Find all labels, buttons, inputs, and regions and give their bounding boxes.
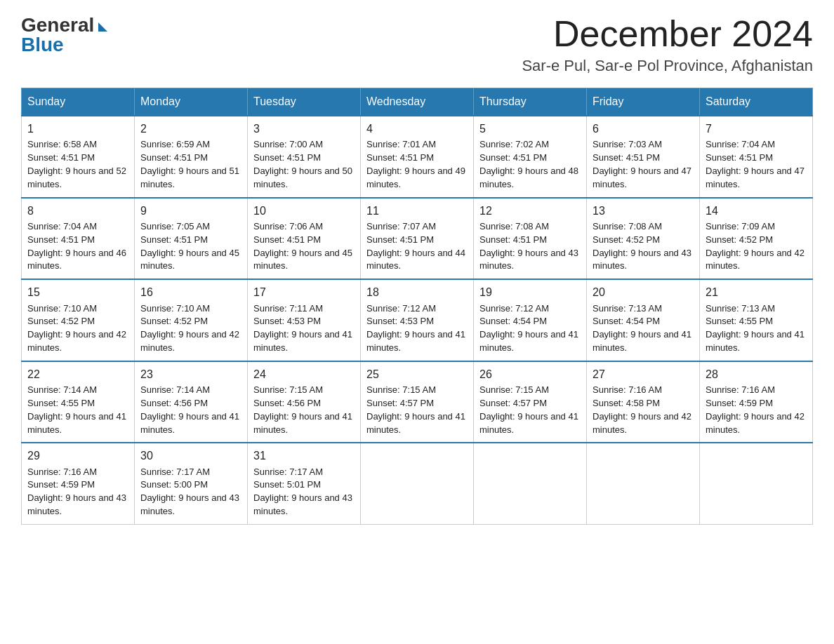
sunrise-text: Sunrise: 7:16 AM: [706, 384, 775, 395]
calendar-cell: 30Sunrise: 7:17 AMSunset: 5:00 PMDayligh…: [135, 443, 248, 524]
sunset-text: Sunset: 4:56 PM: [140, 398, 208, 408]
daylight-text: Daylight: 9 hours and 46 minutes.: [27, 248, 126, 271]
day-number: 23: [140, 366, 241, 382]
sunrise-text: Sunrise: 7:10 AM: [140, 303, 210, 314]
sunrise-text: Sunrise: 7:03 AM: [593, 139, 662, 149]
day-number: 10: [253, 203, 355, 219]
day-number: 12: [479, 203, 581, 219]
sunrise-text: Sunrise: 7:05 AM: [140, 221, 210, 232]
day-number: 9: [140, 203, 241, 219]
calendar-cell: 8Sunrise: 7:04 AMSunset: 4:51 PMDaylight…: [22, 198, 135, 280]
sunset-text: Sunset: 4:55 PM: [27, 398, 95, 408]
sunset-text: Sunset: 4:51 PM: [479, 152, 547, 163]
day-number: 4: [366, 121, 468, 137]
day-number: 31: [253, 448, 355, 464]
calendar-cell: 27Sunrise: 7:16 AMSunset: 4:58 PMDayligh…: [587, 361, 700, 443]
day-number: 20: [593, 284, 694, 300]
sunrise-text: Sunrise: 7:08 AM: [593, 221, 662, 232]
calendar-cell: 13Sunrise: 7:08 AMSunset: 4:52 PMDayligh…: [587, 198, 700, 280]
sunrise-text: Sunrise: 7:08 AM: [479, 221, 549, 232]
logo-blue-text: Blue: [21, 34, 64, 55]
day-number: 25: [366, 366, 468, 382]
week-row-4: 22Sunrise: 7:14 AMSunset: 4:55 PMDayligh…: [22, 361, 813, 443]
sunset-text: Sunset: 4:51 PM: [706, 152, 773, 163]
daylight-text: Daylight: 9 hours and 43 minutes.: [27, 492, 126, 516]
daylight-text: Daylight: 9 hours and 43 minutes.: [253, 492, 352, 516]
sunrise-text: Sunrise: 7:12 AM: [366, 303, 436, 314]
day-header-monday: Monday: [135, 88, 248, 116]
daylight-text: Daylight: 9 hours and 41 minutes.: [27, 411, 126, 435]
sunset-text: Sunset: 4:54 PM: [593, 316, 660, 326]
sunrise-text: Sunrise: 7:15 AM: [253, 384, 323, 395]
month-year-title: December 2024: [522, 14, 813, 54]
sunset-text: Sunset: 5:01 PM: [253, 479, 321, 490]
calendar-cell: 15Sunrise: 7:10 AMSunset: 4:52 PMDayligh…: [22, 279, 135, 361]
sunrise-text: Sunrise: 7:02 AM: [479, 139, 549, 149]
calendar-cell: 18Sunrise: 7:12 AMSunset: 4:53 PMDayligh…: [361, 279, 474, 361]
sunrise-text: Sunrise: 6:59 AM: [140, 139, 210, 149]
sunset-text: Sunset: 4:51 PM: [479, 234, 547, 245]
calendar-cell: 24Sunrise: 7:15 AMSunset: 4:56 PMDayligh…: [248, 361, 361, 443]
day-header-saturday: Saturday: [700, 88, 813, 116]
sunset-text: Sunset: 4:51 PM: [593, 152, 660, 163]
day-number: 13: [593, 203, 694, 219]
calendar-cell: 1Sunrise: 6:58 AMSunset: 4:51 PMDaylight…: [22, 116, 135, 198]
day-header-tuesday: Tuesday: [248, 88, 361, 116]
daylight-text: Daylight: 9 hours and 50 minutes.: [253, 166, 352, 189]
day-number: 28: [706, 366, 807, 382]
day-header-wednesday: Wednesday: [361, 88, 474, 116]
daylight-text: Daylight: 9 hours and 48 minutes.: [479, 166, 578, 189]
day-number: 16: [140, 284, 241, 300]
sunset-text: Sunset: 4:51 PM: [140, 234, 208, 245]
calendar-table: SundayMondayTuesdayWednesdayThursdayFrid…: [21, 88, 813, 525]
daylight-text: Daylight: 9 hours and 42 minutes.: [27, 329, 126, 353]
week-row-5: 29Sunrise: 7:16 AMSunset: 4:59 PMDayligh…: [22, 443, 813, 524]
daylight-text: Daylight: 9 hours and 41 minutes.: [366, 329, 465, 353]
daylight-text: Daylight: 9 hours and 52 minutes.: [27, 166, 126, 189]
sunset-text: Sunset: 4:57 PM: [366, 398, 434, 408]
day-number: 8: [27, 203, 128, 219]
day-number: 5: [479, 121, 581, 137]
calendar-cell: 5Sunrise: 7:02 AMSunset: 4:51 PMDaylight…: [474, 116, 587, 198]
calendar-cell: 4Sunrise: 7:01 AMSunset: 4:51 PMDaylight…: [361, 116, 474, 198]
sunrise-text: Sunrise: 7:17 AM: [253, 467, 323, 477]
sunset-text: Sunset: 4:51 PM: [366, 234, 434, 245]
day-number: 22: [27, 366, 128, 382]
daylight-text: Daylight: 9 hours and 42 minutes.: [593, 411, 691, 435]
day-number: 15: [27, 284, 128, 300]
sunset-text: Sunset: 4:59 PM: [706, 398, 773, 408]
day-number: 21: [706, 284, 807, 300]
logo: General Blue: [21, 14, 107, 56]
logo-arrow-icon: [98, 22, 107, 32]
calendar-cell: 12Sunrise: 7:08 AMSunset: 4:51 PMDayligh…: [474, 198, 587, 280]
sunset-text: Sunset: 4:51 PM: [27, 234, 95, 245]
days-header-row: SundayMondayTuesdayWednesdayThursdayFrid…: [22, 88, 813, 116]
calendar-cell: 25Sunrise: 7:15 AMSunset: 4:57 PMDayligh…: [361, 361, 474, 443]
daylight-text: Daylight: 9 hours and 41 minutes.: [706, 329, 805, 353]
day-number: 18: [366, 284, 468, 300]
location-subtitle: Sar-e Pul, Sar-e Pol Province, Afghanist…: [522, 57, 813, 75]
calendar-cell: 3Sunrise: 7:00 AMSunset: 4:51 PMDaylight…: [248, 116, 361, 198]
daylight-text: Daylight: 9 hours and 45 minutes.: [140, 248, 239, 271]
week-row-1: 1Sunrise: 6:58 AMSunset: 4:51 PMDaylight…: [22, 116, 813, 198]
sunset-text: Sunset: 4:54 PM: [479, 316, 547, 326]
sunset-text: Sunset: 4:51 PM: [366, 152, 434, 163]
sunrise-text: Sunrise: 7:01 AM: [366, 139, 436, 149]
daylight-text: Daylight: 9 hours and 47 minutes.: [706, 166, 805, 189]
sunrise-text: Sunrise: 7:13 AM: [706, 303, 775, 314]
sunset-text: Sunset: 4:52 PM: [27, 316, 95, 326]
sunset-text: Sunset: 4:53 PM: [366, 316, 434, 326]
week-row-3: 15Sunrise: 7:10 AMSunset: 4:52 PMDayligh…: [22, 279, 813, 361]
calendar-cell: 26Sunrise: 7:15 AMSunset: 4:57 PMDayligh…: [474, 361, 587, 443]
sunrise-text: Sunrise: 7:12 AM: [479, 303, 549, 314]
daylight-text: Daylight: 9 hours and 47 minutes.: [593, 166, 691, 189]
daylight-text: Daylight: 9 hours and 45 minutes.: [253, 248, 352, 271]
daylight-text: Daylight: 9 hours and 42 minutes.: [706, 248, 805, 271]
day-header-thursday: Thursday: [474, 88, 587, 116]
sunrise-text: Sunrise: 7:09 AM: [706, 221, 775, 232]
sunset-text: Sunset: 4:52 PM: [140, 316, 208, 326]
daylight-text: Daylight: 9 hours and 43 minutes.: [593, 248, 691, 271]
day-number: 24: [253, 366, 355, 382]
day-number: 29: [27, 448, 128, 464]
calendar-cell: 10Sunrise: 7:06 AMSunset: 4:51 PMDayligh…: [248, 198, 361, 280]
